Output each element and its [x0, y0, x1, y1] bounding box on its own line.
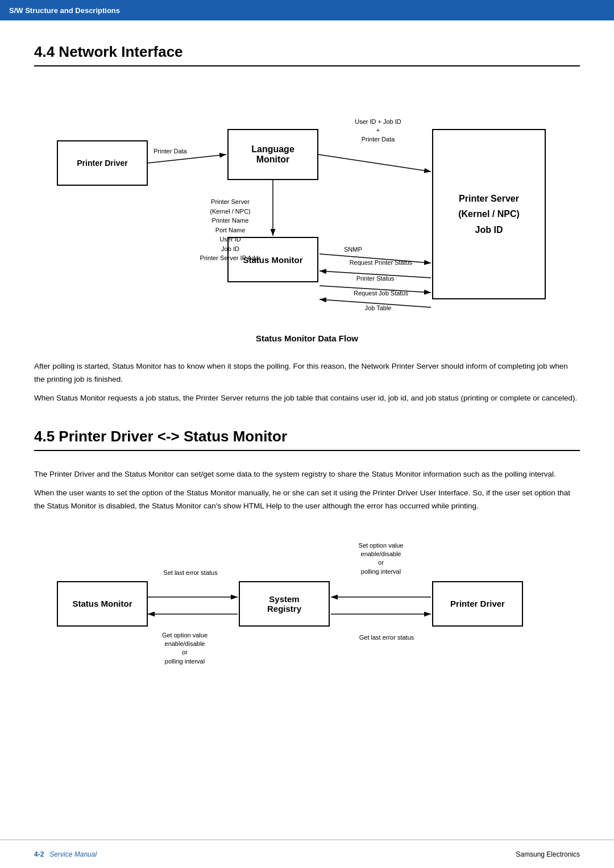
system-registry-box: System Registry	[239, 581, 330, 627]
diagram-caption-44: Status Monitor Data Flow	[34, 333, 580, 343]
footer-company: Samsung Electronics	[516, 850, 580, 858]
body-text-44-1: After polling is started, Status Monitor…	[34, 360, 580, 386]
section-45-heading: 4.5 Printer Driver <-> Status Monitor	[34, 428, 580, 451]
get-last-error-status-label: Get last error status	[344, 633, 429, 642]
request-job-status-label: Request Job Status	[335, 289, 426, 298]
body-text-44-2: When Status Monitor requests a job statu…	[34, 392, 580, 405]
printer-driver-box-2: Printer Driver	[432, 581, 523, 627]
page-number: 4-2	[34, 850, 44, 858]
snmp-label: SNMP	[344, 245, 362, 254]
get-option-value-label: Get option valueenable/disableorpolling …	[139, 631, 230, 666]
footer-left: 4-2 Service Manual	[34, 850, 97, 858]
job-table-label: Job Table	[350, 304, 406, 312]
status-monitor-box-2: Status Monitor	[57, 581, 148, 627]
svg-line-3	[318, 155, 431, 172]
printer-server-box: Printer Server(Kernel / NPC)Job ID	[432, 129, 546, 299]
page-footer: 4-2 Service Manual Samsung Electronics	[0, 840, 614, 868]
driver-status-monitor-diagram: Status Monitor System Registry Printer D…	[34, 530, 580, 678]
printer-status-label: Printer Status	[341, 274, 409, 283]
body-text-45-2: When the user wants to set the option of…	[34, 487, 580, 513]
service-manual-label: Service Manual	[49, 850, 97, 858]
set-last-error-status-label: Set last error status	[148, 569, 233, 577]
network-interface-diagram: Printer Driver Language Monitor Status M…	[34, 84, 580, 322]
main-content: 4.4 Network Interface Printer Driver Lan…	[0, 20, 614, 723]
user-job-printer-data-label: User ID + Job ID+Printer Data	[344, 118, 412, 144]
printer-server-info-label: Printer Server(Kernel / NPC)Printer Name…	[193, 197, 267, 263]
set-option-value-label: Set option valueenable/disableorpolling …	[335, 541, 426, 577]
header-label: S/W Structure and Descriptions	[9, 6, 120, 15]
printer-driver-box: Printer Driver	[57, 140, 148, 186]
header-bar: S/W Structure and Descriptions	[0, 0, 614, 20]
language-monitor-box: Language Monitor	[227, 129, 318, 180]
section-45: 4.5 Printer Driver <-> Status Monitor Th…	[34, 428, 580, 678]
body-text-45-1: The Printer Driver and the Status Monito…	[34, 468, 580, 481]
section-44-heading: 4.4 Network Interface	[34, 43, 580, 66]
printer-data-label: Printer Data	[154, 147, 187, 156]
request-printer-status-label: Request Printer Status	[335, 258, 426, 267]
